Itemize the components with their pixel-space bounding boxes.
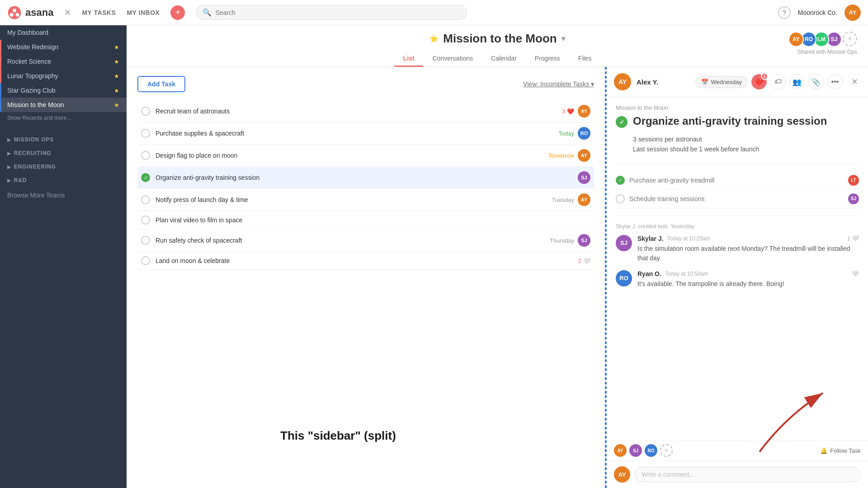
search-input[interactable] <box>215 9 460 16</box>
comment-row: SJ Skylar J. Today at 10:25am 1 🤍 Is the… <box>616 235 859 263</box>
section-label: Engineering <box>14 164 56 170</box>
calendar-icon: 📅 <box>701 79 708 85</box>
comment-time: Today at 10:50am <box>665 271 708 277</box>
tab-conversations[interactable]: Conversations <box>423 51 482 67</box>
task-name: Organize anti-gravity training session <box>156 174 572 181</box>
item-label: Star Gazing Club <box>7 87 56 94</box>
detail-date[interactable]: 📅 Wednesday <box>695 76 748 88</box>
top-nav: asana ✕ MY TASKS MY INBOX + 🔍 ? Moonrock… <box>0 0 868 25</box>
add-follower-button[interactable]: + <box>660 444 673 457</box>
task-checkbox-7[interactable] <box>141 236 150 245</box>
table-row[interactable]: Purchase supplies & spacecraft Today RO <box>137 122 594 145</box>
star-icon: ★ <box>114 87 119 94</box>
show-recents[interactable]: Show Recents and more... <box>0 112 127 124</box>
sidebar-section-recruiting[interactable]: ▶ Recruiting <box>0 145 127 158</box>
sidebar-item-rocket-science[interactable]: Rocket Science ★ <box>0 54 127 69</box>
search-icon: 🔍 <box>203 8 212 17</box>
task-complete-check[interactable]: ✓ <box>616 116 627 128</box>
top-nav-right: ? Moonrock Co. AY <box>778 5 861 21</box>
comment-header: Skylar J. Today at 10:25am 1 🤍 <box>637 235 859 242</box>
task-avatar: AY <box>578 105 590 117</box>
task-checkbox-2[interactable] <box>141 129 150 138</box>
comment-input[interactable] <box>635 467 861 482</box>
sidebar-section-rd[interactable]: ▶ R&D <box>0 172 127 185</box>
table-row[interactable]: Plan viral video to film in space <box>137 211 594 230</box>
help-button[interactable]: ? <box>778 6 791 19</box>
svg-point-3 <box>15 13 19 16</box>
tab-calendar[interactable]: Calendar <box>482 51 526 67</box>
tag-button[interactable]: 🏷 <box>770 74 786 89</box>
add-member-button[interactable]: + <box>843 32 857 46</box>
new-task-button[interactable]: + <box>170 5 185 20</box>
attachment-button[interactable]: 📎 <box>808 74 824 89</box>
detail-header: AY Alex Y. 📅 Wednesday ❤️ 2 🏷 👥 <box>607 67 868 97</box>
add-task-button[interactable]: Add Task <box>137 76 185 92</box>
tab-list[interactable]: List <box>394 51 424 67</box>
content-area: ⭐ Mission to the Moon ▾ List Conversatio… <box>127 25 868 488</box>
comment-like-button[interactable]: 1 🤍 <box>847 235 859 242</box>
project-header: ⭐ Mission to the Moon ▾ List Conversatio… <box>127 25 868 67</box>
bell-icon: 🔔 <box>820 447 827 454</box>
sidebar-section-mission-ops[interactable]: ▶ Mission Ops <box>0 131 127 145</box>
my-inbox-link[interactable]: MY INBOX <box>127 9 160 16</box>
task-likes: 2 🤍 <box>578 258 590 264</box>
comment-like-button[interactable]: 🤍 <box>852 270 859 277</box>
star-icon: ★ <box>114 44 119 51</box>
table-row[interactable]: Land on moon & celebrate 2 🤍 <box>137 252 594 270</box>
task-checkbox-3[interactable] <box>141 151 150 160</box>
sidebar-section-engineering[interactable]: ▶ Engineering <box>0 158 127 172</box>
comment-avatar-2: RO <box>616 270 632 286</box>
active-bar <box>0 54 1 69</box>
my-tasks-link[interactable]: MY TASKS <box>82 9 116 16</box>
task-checkbox-5[interactable] <box>141 195 150 204</box>
close-icon[interactable]: ✕ <box>64 8 71 18</box>
sidebar-item-star-gazing[interactable]: Star Gazing Club ★ <box>0 83 127 98</box>
comment-input-area: AY <box>607 460 868 488</box>
subtask-checkbox-done[interactable]: ✓ <box>616 176 625 185</box>
table-row[interactable]: ✓ Organize anti-gravity training session… <box>137 167 594 189</box>
sidebar-item-dashboard[interactable]: My Dashboard <box>0 25 127 40</box>
follow-task-button[interactable]: 🔔 Follow Task <box>820 447 861 454</box>
task-list-panel: Add Task View: Incomplete Tasks ▾ Recrui… <box>127 67 606 488</box>
logo-area[interactable]: asana <box>7 5 53 20</box>
table-row[interactable]: Design flag to place on moon Tomorrow AY <box>137 145 594 167</box>
detail-close-button[interactable]: ✕ <box>848 75 861 88</box>
task-avatar: AY <box>578 149 590 162</box>
detail-header-avatar: AY <box>614 73 631 90</box>
sidebar-item-mission-moon[interactable]: Mission to the Moon ★ <box>0 98 127 112</box>
table-row[interactable]: Run safety check of spacecraft Thursday … <box>137 230 594 252</box>
browse-more-teams[interactable]: Browse More Teams <box>0 187 127 203</box>
task-list-toolbar: Add Task View: Incomplete Tasks ▾ <box>137 76 594 92</box>
task-name: Land on moon & celebrate <box>156 257 573 264</box>
task-description: 3 sessions per astronautLast session sho… <box>616 134 859 155</box>
sidebar-item-website-redesign[interactable]: Website Redesign ★ <box>0 40 127 54</box>
subtask-row[interactable]: ✓ Purchase anti-gravity treadmill LT <box>616 171 859 190</box>
view-filter[interactable]: View: Incomplete Tasks ▾ <box>523 80 594 88</box>
active-bar <box>0 40 1 54</box>
task-checkbox-6[interactable] <box>141 216 150 225</box>
active-bar <box>0 83 1 98</box>
sidebar-item-lunar-topography[interactable]: Lunar Topography ★ <box>0 69 127 83</box>
heart-button[interactable]: ❤️ 2 <box>751 74 767 89</box>
detail-panel: AY Alex Y. 📅 Wednesday ❤️ 2 🏷 👥 <box>606 67 868 488</box>
tab-progress[interactable]: Progress <box>526 51 569 67</box>
more-button[interactable]: ••• <box>827 74 843 89</box>
subtask-row[interactable]: Schedule training sessions SJ <box>616 190 859 208</box>
table-row[interactable]: Recruit team of astronauts 3 ❤️ AY <box>137 100 594 122</box>
tab-files[interactable]: Files <box>569 51 601 67</box>
chevron-icon: ▶ <box>7 137 11 142</box>
table-row[interactable]: Notify press of launch day & time Tuesda… <box>137 189 594 211</box>
task-checkbox-4[interactable]: ✓ <box>141 173 150 182</box>
org-name: Moonrock Co. <box>798 9 837 16</box>
subtask-checkbox-empty[interactable] <box>616 194 625 203</box>
task-name: Recruit team of astronauts <box>156 108 557 115</box>
task-checkbox-8[interactable] <box>141 256 150 265</box>
shared-avatar-1: AY <box>788 32 804 47</box>
assign-button[interactable]: 👥 <box>789 74 805 89</box>
user-avatar[interactable]: AY <box>844 5 861 21</box>
search-bar[interactable]: 🔍 <box>196 5 467 20</box>
task-meta: Thursday SJ <box>550 234 590 247</box>
comment-time: Today at 10:25am <box>667 235 710 242</box>
task-checkbox-1[interactable] <box>141 107 150 116</box>
asana-logo <box>7 5 22 20</box>
